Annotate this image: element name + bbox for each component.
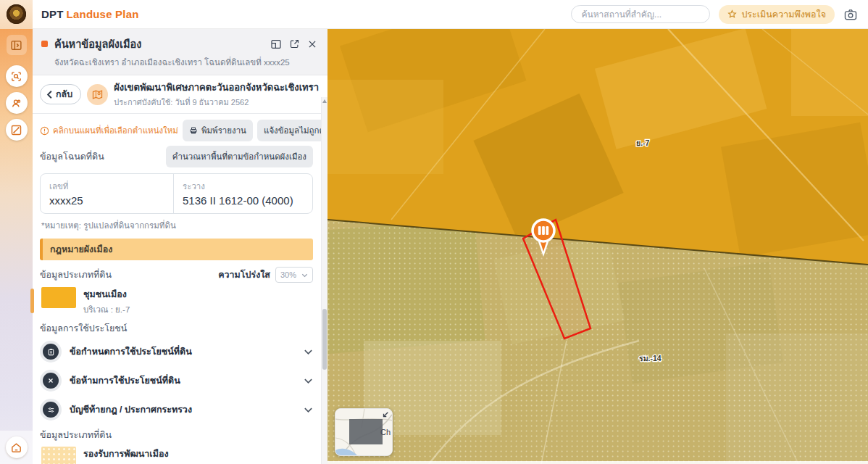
close-panel-button[interactable] bbox=[307, 39, 317, 49]
left-toolbar bbox=[0, 29, 33, 464]
x-circle-icon bbox=[43, 373, 59, 389]
panel-toggle-icon bbox=[10, 39, 22, 51]
deed-no-label: เลขที่ bbox=[49, 180, 164, 193]
map-measure-icon bbox=[10, 124, 22, 136]
plan-title: ผังเขตพัฒนาพิเศษภาคตะวันออกจังหวัดฉะเชิง… bbox=[114, 80, 319, 95]
landtype-label: ข้อมูลประเภทที่ดิน bbox=[40, 268, 112, 282]
law-section-banner: กฎหมายผังเมือง bbox=[40, 239, 313, 260]
app-title: DPTLanduse Plan bbox=[41, 8, 139, 20]
home-icon bbox=[10, 442, 22, 454]
rate-satisfaction-button[interactable]: ประเมินความพึงพอใจ bbox=[719, 5, 835, 24]
opacity-value: 30% bbox=[280, 270, 296, 279]
panel-subtitle: จังหวัดฉะเชิงเทรา อำเภอเมืองฉะเชิงเทรา โ… bbox=[54, 56, 317, 69]
zone1-color-swatch bbox=[41, 287, 76, 308]
zone2-legend: รองรับการพัฒนาเมือง บริเวณ : รม.-14 bbox=[41, 447, 313, 464]
close-icon bbox=[307, 39, 317, 49]
zone1-name: ชุมชนเมือง bbox=[83, 287, 130, 302]
panel-drag-handle[interactable] bbox=[30, 289, 34, 313]
overview-minimap[interactable]: Ch bbox=[335, 408, 393, 456]
zone2-name: รองรับการพัฒนาเมือง bbox=[83, 447, 169, 461]
place-search-input[interactable] bbox=[571, 5, 710, 23]
minimap-collapse-icon[interactable] bbox=[382, 411, 389, 418]
user-badge-icon bbox=[10, 97, 22, 109]
map-canvas[interactable]: ย.-7 รม.-14 Ch bbox=[327, 29, 868, 464]
brand-dpt: DPT bbox=[41, 8, 64, 20]
back-button[interactable]: กลับ bbox=[40, 84, 81, 104]
camera-icon bbox=[843, 7, 858, 22]
screenshot-camera-button[interactable] bbox=[843, 7, 858, 22]
compare-view-button[interactable] bbox=[270, 38, 282, 50]
print-report-label: พิมพ์รายงาน bbox=[201, 124, 246, 137]
landtype-label-2: ข้อมูลประเภทที่ดิน bbox=[40, 428, 313, 442]
user-profile-button[interactable] bbox=[6, 92, 28, 114]
panel-toggle-button[interactable] bbox=[7, 35, 27, 55]
list-icon bbox=[43, 402, 59, 418]
print-report-button[interactable]: พิมพ์รายงาน bbox=[183, 120, 253, 141]
minimap-place-label: Ch bbox=[380, 428, 391, 436]
search-scan-icon bbox=[10, 70, 22, 83]
map-hint: คลิกบนแผนที่เพื่อเลือกตำแหน่งใหม่ bbox=[40, 124, 178, 137]
map-attribution-bar bbox=[327, 461, 868, 464]
brand-suffix: Landuse Plan bbox=[67, 8, 139, 20]
deed-section-label: ข้อมูลโฉนดที่ดิน bbox=[40, 149, 104, 164]
calc-area-label: คำนวณหาพื้นที่ตามข้อกำหนดผังเมือง bbox=[172, 150, 306, 163]
dpt-emblem-icon bbox=[7, 4, 26, 24]
deed-sheet-value: 5136 II 1612-00 (4000) bbox=[183, 194, 304, 207]
deed-no-value: xxxx25 bbox=[49, 194, 164, 207]
panel-header: ค้นหาข้อมูลผังเมือง จังหวัดฉะเชิงเทรา อำ… bbox=[33, 29, 327, 75]
panel-title: ค้นหาข้อมูลผังเมือง bbox=[54, 36, 141, 52]
layout-swap-icon bbox=[270, 38, 282, 50]
map-hint-label: คลิกบนแผนที่เพื่อเลือกตำแหน่งใหม่ bbox=[53, 124, 178, 137]
app-logo bbox=[0, 0, 33, 29]
chevron-down-icon bbox=[304, 405, 313, 415]
panel-scrollbar[interactable] bbox=[321, 97, 327, 464]
plan-header: กลับ ผังเขตพัฒนาพิเศษภาคตะวันออกจังหวัดฉ… bbox=[33, 75, 327, 114]
back-label: กลับ bbox=[56, 87, 72, 102]
chevron-down-icon bbox=[304, 376, 313, 386]
minimap-extent-rect[interactable] bbox=[349, 419, 383, 444]
scroll-up-arrow[interactable] bbox=[322, 99, 327, 103]
top-header: DPTLanduse Plan ประเมินความพึงพอใจ bbox=[0, 0, 868, 29]
opacity-select[interactable]: 30% bbox=[275, 267, 313, 283]
report-incorrect-button[interactable]: แจ้งข้อมูลไม่ถูกต้อง bbox=[257, 120, 327, 141]
plan-effective-date: ประกาศบังคับใช้: วันที่ 9 ธันวาคม 2562 bbox=[114, 96, 319, 109]
rate-button-label: ประเมินความพึงพอใจ bbox=[741, 7, 826, 22]
chevron-down-icon bbox=[301, 272, 308, 278]
zone1-legend: ชุมชนเมือง บริเวณ : ย.-7 bbox=[41, 287, 313, 316]
info-icon bbox=[40, 126, 49, 136]
open-window-button[interactable] bbox=[289, 38, 300, 49]
accordion-land-use-prohibitions[interactable]: ข้อห้ามการใช้ประโยชน์ที่ดิน bbox=[40, 370, 313, 392]
chevron-left-icon bbox=[46, 91, 53, 99]
accordion-land-use-rules[interactable]: ข้อกำหนดการใช้ประโยชน์ที่ดิน bbox=[40, 341, 313, 362]
home-button[interactable] bbox=[6, 436, 28, 458]
search-result-panel: ค้นหาข้อมูลผังเมือง จังหวัดฉะเชิงเทรา อำ… bbox=[33, 29, 327, 464]
deed-info-box: เลขที่ xxxx25 ระวาง 5136 II 1612-00 (400… bbox=[40, 173, 313, 214]
usage-label: ข้อมูลการใช้ประโยชน์ bbox=[40, 321, 313, 336]
zone1-map-label: ย.-7 bbox=[636, 138, 650, 147]
search-area-button[interactable] bbox=[6, 65, 28, 87]
clipboard-icon bbox=[43, 344, 59, 360]
chevron-down-icon bbox=[304, 347, 313, 357]
deed-sheet-label: ระวาง bbox=[183, 180, 304, 193]
external-link-icon bbox=[289, 38, 300, 49]
accordion-annex-announcements[interactable]: บัญชีท้ายกฎ / ประกาศกระทรวง bbox=[40, 399, 313, 420]
calc-area-button[interactable]: คำนวณหาพื้นที่ตามข้อกำหนดผังเมือง bbox=[166, 146, 313, 167]
opacity-label: ความโปร่งใส bbox=[218, 268, 270, 282]
zone1-area: บริเวณ : ย.-7 bbox=[83, 303, 130, 316]
scrollbar-thumb[interactable] bbox=[322, 309, 327, 370]
deed-note: *หมายเหตุ: รูปแปลงที่ดินจากกรมที่ดิน bbox=[41, 219, 313, 232]
star-icon bbox=[727, 9, 737, 19]
measure-tool-button[interactable] bbox=[6, 119, 28, 141]
title-bullet bbox=[41, 41, 48, 47]
zone2-color-swatch bbox=[41, 447, 76, 464]
printer-icon bbox=[189, 126, 198, 135]
plan-map-icon bbox=[87, 84, 108, 105]
zone2-map-label: รม.-14 bbox=[639, 354, 662, 362]
report-incorrect-label: แจ้งข้อมูลไม่ถูกต้อง bbox=[264, 124, 327, 137]
